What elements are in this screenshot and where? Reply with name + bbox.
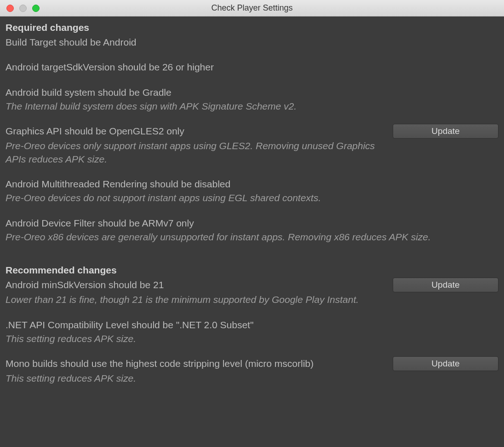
window-titlebar: Check Player Settings — [0, 0, 504, 17]
required-item-build-system: Android build system should be Gradle Th… — [6, 86, 498, 113]
update-button[interactable]: Update — [393, 356, 498, 371]
setting-title: Android build system should be Gradle — [6, 86, 498, 99]
recommended-item-net-api: .NET API Compatibility Level should be "… — [6, 319, 498, 346]
setting-title: Graphics API should be OpenGLES2 only — [6, 125, 387, 138]
setting-description: Pre-Oreo devices do not support instant … — [6, 192, 493, 204]
setting-description: The Internal build system does sign with… — [6, 100, 493, 113]
setting-title: .NET API Compatibility Level should be "… — [6, 319, 498, 331]
close-icon[interactable] — [6, 5, 14, 12]
recommended-item-min-sdk: Android minSdkVersion should be 21 Updat… — [6, 279, 498, 306]
minimize-icon[interactable] — [19, 5, 27, 12]
setting-description: This setting reduces APK size. — [6, 332, 493, 345]
required-item-multithreaded-rendering: Android Multithreaded Rendering should b… — [6, 178, 498, 205]
setting-title: Android Device Filter should be ARMv7 on… — [6, 217, 498, 230]
maximize-icon[interactable] — [32, 5, 40, 12]
setting-title: Android Multithreaded Rendering should b… — [6, 178, 498, 191]
window-title: Check Player Settings — [0, 3, 504, 13]
setting-title: Android minSdkVersion should be 21 — [6, 279, 387, 291]
update-button[interactable]: Update — [393, 124, 498, 139]
content-area: Required changes Build Target should be … — [0, 17, 504, 406]
required-changes-heading: Required changes — [6, 22, 498, 33]
required-item-device-filter: Android Device Filter should be ARMv7 on… — [6, 217, 498, 244]
required-item-target-sdk: Android targetSdkVersion should be 26 or… — [6, 61, 498, 74]
required-item-build-target: Build Target should be Android — [6, 36, 498, 49]
recommended-item-code-stripping: Mono builds should use the highest code … — [6, 357, 498, 385]
setting-description: Lower than 21 is fine, though 21 is the … — [6, 293, 383, 306]
setting-title: Build Target should be Android — [6, 36, 498, 49]
setting-title: Android targetSdkVersion should be 26 or… — [6, 61, 498, 74]
required-item-graphics-api: Graphics API should be OpenGLES2 only Up… — [6, 125, 498, 166]
setting-description: Pre-Oreo x86 devices are generally unsup… — [6, 231, 493, 244]
setting-title: Mono builds should use the highest code … — [6, 357, 387, 370]
recommended-changes-heading: Recommended changes — [6, 265, 498, 276]
window-controls — [0, 5, 40, 12]
update-button[interactable]: Update — [393, 278, 498, 292]
setting-description: This setting reduces APK size. — [6, 372, 493, 385]
setting-description: Pre-Oreo devices only support instant ap… — [6, 139, 383, 166]
